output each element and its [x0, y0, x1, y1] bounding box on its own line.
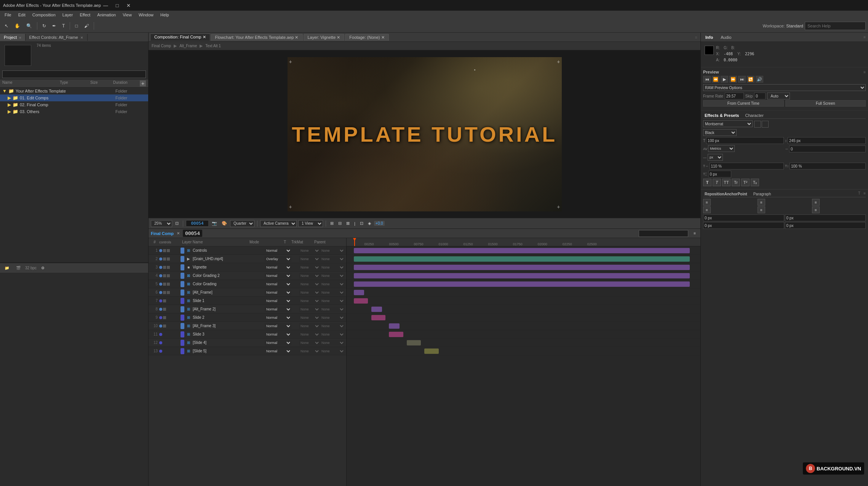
- timeline-bar[interactable]: [389, 332, 403, 337]
- layer-visibility[interactable]: [159, 333, 162, 336]
- menu-help[interactable]: Help: [157, 12, 172, 18]
- full-screen-btn[interactable]: Full Screen: [785, 100, 866, 107]
- menu-view[interactable]: View: [120, 12, 135, 18]
- justify-left-btn[interactable]: ≡: [703, 206, 711, 213]
- timeline-bar[interactable]: [354, 273, 690, 278]
- breadcrumb-final-comp[interactable]: Final Comp: [152, 44, 171, 48]
- layer-visibility[interactable]: [159, 350, 162, 353]
- layer-mode-select[interactable]: Normal: [265, 340, 291, 346]
- layer-mode-select[interactable]: Normal: [265, 298, 291, 304]
- table-row[interactable]: 13 ⊞ [Slide 5] Normal None None: [149, 347, 346, 355]
- layer-parent-select[interactable]: None: [320, 264, 345, 270]
- align-right-btn[interactable]: ≡: [812, 199, 820, 206]
- indent-right-input[interactable]: [785, 214, 866, 221]
- menu-effect[interactable]: Effect: [77, 12, 93, 18]
- layer-lock[interactable]: [163, 274, 166, 277]
- layer-visibility[interactable]: [159, 299, 162, 302]
- color-a-swatch[interactable]: [754, 121, 761, 128]
- layer-solo[interactable]: [167, 257, 170, 261]
- layer-trkmat-select[interactable]: None: [299, 281, 320, 287]
- tool-rotate[interactable]: ↻: [40, 22, 48, 30]
- comp-tab-flowchart[interactable]: Flowchart: Your After Effects Template.a…: [211, 34, 303, 41]
- layer-lock[interactable]: [163, 299, 166, 302]
- from-current-time-btn[interactable]: From Current Time: [703, 100, 784, 107]
- layer-mode-select[interactable]: Normal: [265, 264, 291, 270]
- layer-solo[interactable]: [167, 266, 170, 269]
- list-item[interactable]: ▼ 📁 Your After Effects Template Folder: [0, 88, 148, 94]
- layer-solo[interactable]: [167, 283, 170, 286]
- breadcrumb-alt-frame[interactable]: Alt_Frame: [179, 44, 197, 48]
- color-b-swatch[interactable]: [762, 121, 769, 128]
- tab-info[interactable]: Info: [703, 34, 715, 40]
- table-row[interactable]: 10 ⊞ [Alt_Frame 3] Normal None None: [149, 322, 346, 330]
- layer-trkmat-select[interactable]: None: [299, 348, 320, 354]
- menu-window[interactable]: Window: [136, 12, 157, 18]
- table-row[interactable]: 5 ⊠ Color Grading Normal None None: [149, 280, 346, 288]
- table-row[interactable]: 4 ⊠ Color Grading 2 Normal None None: [149, 272, 346, 280]
- layer-mode-select[interactable]: Normal: [265, 323, 291, 329]
- layer-visibility[interactable]: [159, 283, 162, 286]
- table-row[interactable]: 6 ⊞ [Alt_Frame] Normal None None: [149, 288, 346, 297]
- tab-effects-presets[interactable]: Effects & Presets: [703, 112, 741, 118]
- timeline-bar[interactable]: [407, 340, 421, 345]
- list-item[interactable]: ▶ 📁 02. Final Comp Folder: [0, 101, 148, 108]
- tracking-input[interactable]: [789, 145, 866, 152]
- timeline-bar[interactable]: [424, 349, 438, 354]
- prev-play-btn[interactable]: ▶: [721, 76, 728, 83]
- frame-rate-input[interactable]: 29.97: [725, 93, 744, 99]
- timeline-search-input[interactable]: [639, 230, 688, 237]
- layer-parent-select[interactable]: None: [320, 323, 345, 329]
- layer-lock[interactable]: [163, 257, 166, 261]
- align-center-btn[interactable]: ≡: [758, 199, 765, 206]
- layer-mode-select[interactable]: Normal: [265, 281, 291, 287]
- layer-mode-select[interactable]: Normal: [265, 315, 291, 321]
- layer-parent-select[interactable]: None: [320, 273, 345, 279]
- new-folder-btn[interactable]: 📁: [2, 264, 11, 272]
- layer-parent-select[interactable]: None: [320, 340, 345, 346]
- layer-solo[interactable]: [167, 249, 170, 252]
- comp-tab-layer[interactable]: Layer: Vignette ✕: [304, 34, 345, 41]
- show-channel-btn[interactable]: 🎨: [220, 220, 229, 227]
- grid-btn[interactable]: ⊞: [329, 220, 335, 227]
- layer-visibility[interactable]: [159, 274, 162, 277]
- justify-center-btn[interactable]: ≡: [758, 206, 765, 213]
- super-btn[interactable]: T²: [741, 179, 750, 186]
- layer-lock[interactable]: [163, 308, 166, 311]
- italic-btn[interactable]: T: [713, 179, 721, 186]
- menu-layer[interactable]: Layer: [59, 12, 76, 18]
- align-left-btn[interactable]: ≡: [703, 199, 711, 206]
- tool-brush[interactable]: 🖌: [82, 22, 91, 30]
- menu-animation[interactable]: Animation: [94, 12, 119, 18]
- tool-shape[interactable]: □: [73, 22, 80, 30]
- tab-project[interactable]: Project ≡: [0, 34, 26, 41]
- tool-select[interactable]: ↖: [2, 22, 11, 30]
- table-row[interactable]: 9 ⊞ Slide 2 Normal None None: [149, 313, 346, 322]
- justify-all-btn[interactable]: ≡: [812, 206, 820, 213]
- layer-visibility[interactable]: [159, 266, 162, 269]
- minimize-button[interactable]: —: [101, 2, 110, 9]
- small-caps-btn[interactable]: Tr: [732, 179, 740, 186]
- leading-input[interactable]: [788, 137, 866, 144]
- breadcrumb-text-alt1[interactable]: Text Alt 1: [205, 44, 221, 48]
- camera-select[interactable]: Active Camera: [260, 220, 297, 227]
- layer-trkmat-select[interactable]: None: [299, 315, 320, 321]
- table-row[interactable]: 2 ▶ [Grain_UHD.mp4] Overlay None None: [149, 255, 346, 263]
- layer-mode-select[interactable]: Normal: [265, 306, 291, 312]
- layer-lock[interactable]: [163, 249, 166, 252]
- layer-parent-select[interactable]: None: [320, 306, 345, 312]
- layer-trkmat-select[interactable]: None: [299, 331, 320, 337]
- table-row[interactable]: 8 ⊞ [Alt_Frame 2] Normal None None: [149, 305, 346, 313]
- tab-effect-controls[interactable]: Effect Controls: Alt_Frame ✕: [26, 34, 88, 41]
- layer-trkmat-select[interactable]: None: [299, 264, 320, 270]
- kerning-select[interactable]: Metrics: [708, 145, 735, 152]
- space-after-input[interactable]: [785, 222, 866, 229]
- table-row[interactable]: 7 ⊞ Slide 1 Normal None None: [149, 297, 346, 305]
- table-row[interactable]: 3 ■ Vignette Normal None None: [149, 263, 346, 272]
- tab-character[interactable]: Character: [744, 112, 765, 118]
- layer-visibility[interactable]: [159, 316, 162, 319]
- skip-input[interactable]: 0: [754, 93, 766, 99]
- new-comp-btn[interactable]: 🎬: [14, 264, 23, 272]
- layer-visibility[interactable]: [159, 308, 162, 311]
- layer-lock[interactable]: [163, 291, 166, 294]
- table-row[interactable]: 11 ⊞ Slide 3 Normal None None: [149, 330, 346, 339]
